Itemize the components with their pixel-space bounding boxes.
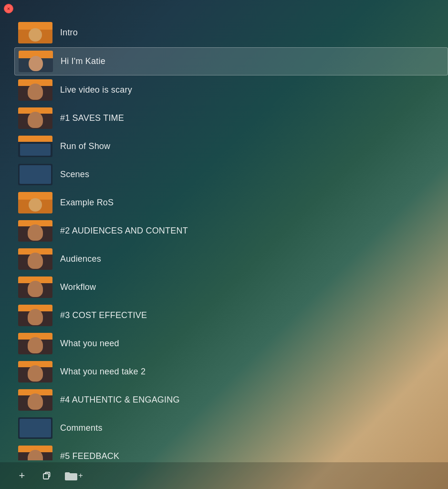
slide-item[interactable]: What you need [14, 330, 448, 357]
add-folder-button[interactable]: + [64, 470, 83, 481]
folder-icon [64, 470, 78, 481]
slide-item[interactable]: Hi I'm Katie [14, 47, 448, 75]
duplicate-icon [42, 470, 52, 481]
slide-item[interactable]: #4 AUTHENTIC & ENGAGING [14, 386, 448, 414]
slide-label: Hi I'm Katie [61, 56, 105, 66]
slide-label: #3 COST EFFECTIVE [60, 310, 147, 320]
slide-label: Run of Show [60, 141, 110, 151]
slide-item[interactable]: Scenes [14, 161, 448, 188]
slide-thumbnail [18, 79, 52, 101]
slide-thumbnail [18, 136, 52, 157]
slide-item[interactable]: Intro [14, 19, 448, 46]
slide-label: #1 SAVES TIME [60, 113, 124, 123]
slide-thumbnail [18, 276, 52, 298]
slide-thumbnail [18, 107, 52, 129]
slide-label: What you need [60, 339, 119, 349]
slide-thumbnail [18, 305, 52, 326]
slide-item[interactable]: #2 AUDIENCES AND CONTENT [14, 217, 448, 244]
slide-item[interactable]: Live video is scary [14, 76, 448, 104]
slide-thumbnail [18, 220, 52, 242]
slide-list: IntroHi I'm KatieLive video is scary#1 S… [14, 19, 448, 460]
slide-label: Example RoS [60, 198, 114, 208]
slide-label: #5 FEEDBACK [60, 451, 119, 460]
slide-item[interactable]: Workflow [14, 274, 448, 301]
slide-thumbnail [19, 51, 53, 72]
slide-item[interactable]: Run of Show [14, 133, 448, 160]
slide-label: What you need take 2 [60, 367, 146, 377]
slide-thumbnail [18, 248, 52, 270]
add-folder-plus: + [78, 471, 83, 480]
close-button[interactable]: × [4, 4, 13, 13]
slide-label: Intro [60, 28, 78, 38]
slide-item[interactable]: #3 COST EFFECTIVE [14, 302, 448, 329]
slide-thumbnail [18, 417, 52, 439]
slide-thumbnail [18, 361, 52, 383]
slide-thumbnail [18, 389, 52, 411]
add-slide-button[interactable]: + [14, 468, 30, 483]
slide-item[interactable]: #5 FEEDBACK [14, 443, 448, 460]
svg-rect-0 [43, 474, 49, 479]
slide-label: Audiences [60, 254, 101, 264]
slide-label: Live video is scary [60, 85, 132, 95]
slide-label: Comments [60, 423, 103, 433]
slide-item[interactable]: #1 SAVES TIME [14, 105, 448, 132]
duplicate-slide-button[interactable] [39, 468, 54, 483]
slide-label: #2 AUDIENCES AND CONTENT [60, 226, 188, 236]
slide-item[interactable]: Audiences [14, 245, 448, 273]
bottom-toolbar: + + [0, 462, 448, 489]
slide-label: Workflow [60, 282, 96, 292]
slide-item[interactable]: Example RoS [14, 189, 448, 216]
slide-item[interactable]: What you need take 2 [14, 358, 448, 385]
slide-thumbnail [18, 164, 52, 185]
slide-label: #4 AUTHENTIC & ENGAGING [60, 395, 180, 405]
slide-thumbnail [18, 446, 52, 460]
slide-item[interactable]: Comments [14, 415, 448, 442]
slide-label: Scenes [60, 170, 89, 180]
slide-thumbnail [18, 333, 52, 354]
slide-thumbnail [18, 192, 52, 213]
slide-thumbnail [18, 22, 52, 43]
